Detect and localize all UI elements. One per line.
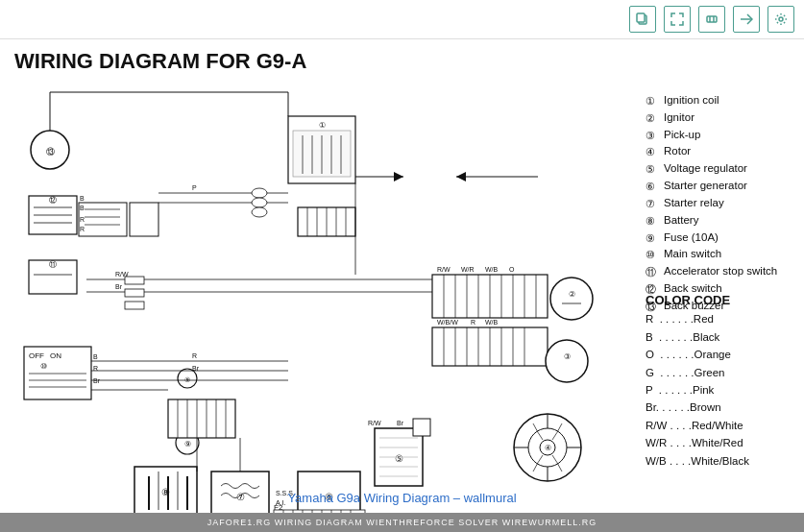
diagram-area: WIRING DIAGRAM FOR G9-A ⑬ ⑫ ⑪ OFF ON	[0, 39, 804, 513]
svg-rect-167	[413, 419, 430, 436]
svg-text:W/B: W/B	[485, 266, 499, 273]
toolbar	[0, 0, 804, 39]
legend: ① Ignition coil ② Ignitor ③ Pick-up ④ Ro…	[646, 92, 794, 315]
svg-text:Br: Br	[115, 283, 123, 290]
svg-text:⑩: ⑩	[40, 362, 47, 371]
svg-rect-1	[637, 13, 645, 22]
svg-text:R: R	[471, 319, 475, 326]
svg-point-150	[252, 188, 267, 198]
color-wb: W/B . . . .White/Black	[646, 452, 794, 470]
legend-item-11: ⑪ Accelerator stop switch	[646, 263, 794, 280]
svg-text:R: R	[93, 365, 98, 372]
legend-item-1: ① Ignition coil	[646, 92, 794, 109]
svg-text:Br: Br	[397, 420, 404, 426]
share-button[interactable]	[733, 6, 760, 33]
diagram-caption: Yamaha G9a Wiring Diagram – wallmural	[0, 491, 804, 505]
svg-text:B: B	[80, 205, 85, 211]
svg-text:W/B: W/B	[485, 319, 499, 326]
svg-rect-142	[130, 203, 158, 236]
svg-text:R: R	[80, 216, 85, 223]
diagram-title: WIRING DIAGRAM FOR G9-A	[14, 49, 306, 74]
svg-text:B: B	[80, 195, 85, 202]
expand-button[interactable]	[664, 6, 691, 33]
color-g: G . . . . . .Green	[646, 364, 794, 381]
color-code-title: COLOR CODE	[646, 293, 794, 307]
svg-rect-135	[125, 277, 144, 284]
svg-text:R: R	[192, 352, 197, 359]
settings-button[interactable]	[767, 6, 794, 33]
svg-text:W/B/W: W/B/W	[437, 319, 458, 326]
svg-text:R: R	[80, 226, 85, 232]
color-r: R . . . . . .Red	[646, 310, 794, 327]
svg-rect-156	[274, 510, 365, 513]
legend-item-9: ⑨ Fuse (10A)	[646, 230, 794, 247]
color-code-section: COLOR CODE R . . . . . .Red B . . . . . …	[646, 293, 794, 470]
svg-text:③: ③	[564, 352, 571, 361]
color-o: O . . . . . .Orange	[646, 346, 794, 363]
svg-text:Br: Br	[93, 377, 101, 384]
svg-rect-92	[168, 399, 235, 438]
svg-text:⑫: ⑫	[49, 196, 57, 205]
color-wr: W/R . . . .White/Red	[646, 434, 794, 451]
svg-rect-136	[125, 289, 144, 297]
svg-text:O: O	[509, 266, 515, 273]
bottom-bar: JAFORE1.RG WIRING DIAGRAM WIENTHREFORCE …	[0, 513, 804, 532]
svg-point-62	[546, 340, 588, 382]
svg-text:OFF: OFF	[29, 351, 44, 360]
color-br: Br. . . . . .Brown	[646, 399, 794, 416]
svg-text:⑨: ⑨	[184, 440, 191, 448]
resize-button[interactable]	[698, 6, 725, 33]
legend-item-6: ⑥ Starter generator	[646, 178, 794, 195]
svg-text:Br: Br	[192, 365, 200, 372]
svg-text:ON: ON	[50, 351, 61, 360]
svg-text:R/W: R/W	[368, 420, 381, 426]
svg-text:①: ①	[319, 121, 326, 130]
svg-text:R/W: R/W	[437, 266, 451, 273]
svg-text:⑬: ⑬	[46, 147, 55, 157]
svg-text:⑪: ⑪	[49, 260, 57, 269]
svg-point-50	[550, 278, 593, 320]
copy-button[interactable]	[629, 6, 656, 33]
svg-text:W/R: W/R	[461, 266, 475, 273]
svg-rect-138	[79, 203, 127, 236]
legend-item-8: ⑧ Battery	[646, 212, 794, 230]
color-p: P . . . . . .Pink	[646, 381, 794, 399]
svg-text:⑨: ⑨	[184, 376, 190, 383]
legend-item-7: ⑦ Starter relay	[646, 195, 794, 212]
main-container: WIRING DIAGRAM FOR G9-A ⑬ ⑫ ⑪ OFF ON	[0, 0, 804, 532]
svg-rect-137	[125, 302, 144, 309]
color-b: B . . . . . .Black	[646, 328, 794, 346]
svg-text:④: ④	[545, 444, 551, 452]
legend-item-5: ⑤ Voltage regulator	[646, 160, 794, 178]
svg-rect-2	[707, 16, 717, 22]
legend-item-2: ② Ignitor	[646, 109, 794, 127]
svg-text:⑤: ⑤	[395, 453, 403, 464]
svg-point-152	[252, 207, 267, 217]
wiring-diagram-svg: ⑬ ⑫ ⑪ OFF ON ⑩ ①	[0, 73, 653, 513]
svg-point-6	[779, 17, 783, 21]
svg-text:B: B	[93, 353, 98, 360]
svg-text:P: P	[192, 184, 197, 191]
legend-item-10: ⑩ Main switch	[646, 246, 794, 263]
svg-point-151	[252, 198, 267, 207]
legend-item-3: ③ Pick-up	[646, 127, 794, 144]
color-rw: R/W . . . .Red/White	[646, 417, 794, 434]
legend-item-4: ④ Rotor	[646, 143, 794, 160]
svg-text:②: ②	[569, 290, 575, 299]
